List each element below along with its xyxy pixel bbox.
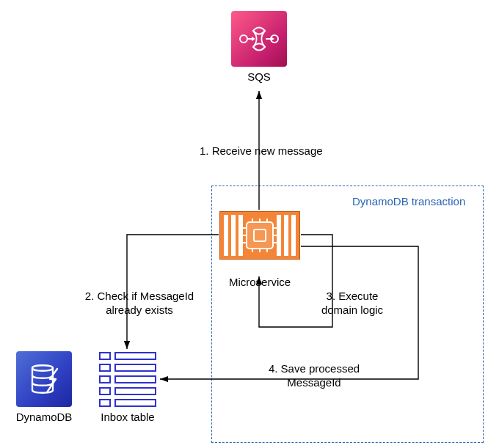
step-3-line1: 3. Execute <box>308 290 396 304</box>
step-4-label: 4. Save processed MessageId <box>255 362 373 390</box>
step-1-label: 1. Receive new message <box>200 144 323 157</box>
inbox-table-label: Inbox table <box>94 411 161 423</box>
step-3-line2: domain logic <box>308 304 396 317</box>
step-2-label: 2. Check if MessageId already exists <box>73 290 205 317</box>
step-4-line1: 4. Save processed <box>255 362 373 376</box>
step-4-line2: MessageId <box>255 376 373 390</box>
step-2-line1: 2. Check if MessageId <box>73 290 205 304</box>
step-3-label: 3. Execute domain logic <box>308 290 396 317</box>
dynamodb-icon <box>16 351 72 407</box>
dynamodb-label: DynamoDB <box>7 411 81 423</box>
svg-point-0 <box>240 35 247 43</box>
svg-marker-2 <box>252 37 255 41</box>
inbox-table-icon <box>99 352 156 407</box>
sqs-label: SQS <box>231 70 287 83</box>
transaction-label: DynamoDB transaction <box>352 195 465 208</box>
svg-marker-3 <box>271 37 274 41</box>
microservice-icon <box>219 211 300 260</box>
sqs-icon <box>231 11 287 67</box>
microservice-label: Microservice <box>219 276 300 288</box>
step-2-line2: already exists <box>73 304 205 317</box>
